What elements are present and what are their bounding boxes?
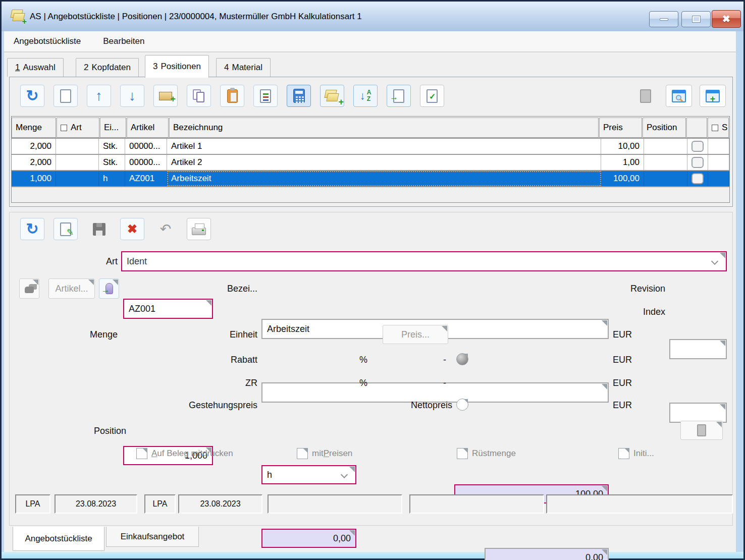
row-detail-button[interactable] <box>691 141 704 152</box>
art-combobox[interactable]: Ident <box>121 251 727 271</box>
einheit-combobox[interactable]: h <box>261 465 356 484</box>
zr-label: ZR <box>192 373 257 393</box>
column-header-preis[interactable]: Preis <box>599 118 642 138</box>
column-header-s[interactable]: S <box>708 118 729 138</box>
save-icon <box>93 223 105 236</box>
bottom-tab-einkaufsangebot[interactable]: Einkaufsangebot <box>106 527 199 547</box>
paste-button[interactable] <box>220 85 244 107</box>
insert-artikel-button[interactable]: → <box>99 278 119 299</box>
search-window-button[interactable] <box>666 85 692 107</box>
checkbox-auf-beleg-mitdrucken[interactable] <box>136 448 147 459</box>
minimize-icon <box>660 18 668 21</box>
menu-bar: Angebotstückliste Bearbeiten <box>4 31 736 52</box>
nettopreis-radio[interactable] <box>456 399 468 411</box>
chevron-down-icon <box>341 471 348 478</box>
art-label: Art <box>61 252 118 271</box>
row-detail-button[interactable] <box>691 173 704 184</box>
menu-divider <box>4 52 736 53</box>
up-arrow-icon: ↑ <box>95 89 102 103</box>
rabatt-amount-input[interactable]: 0,00 <box>485 548 609 560</box>
add-row-icon: + <box>159 92 172 100</box>
move-down-button[interactable]: ↓ <box>120 85 144 107</box>
menu-bearbeiten[interactable]: Bearbeiten <box>103 36 144 46</box>
calculate-button[interactable] <box>287 85 311 107</box>
rabatt-percent-sign: % <box>359 350 375 369</box>
chevron-down-icon <box>711 258 718 265</box>
checkbox-initialisieren[interactable] <box>618 448 629 459</box>
checkbox-ruestmenge[interactable] <box>457 448 468 459</box>
list-document-icon <box>260 89 271 103</box>
refresh-button[interactable]: ↻ <box>20 85 44 107</box>
edit-button[interactable]: ✎ <box>54 218 78 240</box>
rabatt-currency-label: EUR <box>613 350 643 369</box>
checkbox-glyph <box>61 125 67 131</box>
rabatt-percent-input[interactable]: 0,00 <box>261 529 356 548</box>
close-icon: ✖ <box>722 14 730 24</box>
new-window-button[interactable]: + <box>700 85 726 107</box>
position-label: Position <box>81 421 126 440</box>
column-header-einheit[interactable]: Ei... <box>100 118 126 138</box>
tab-auswahl[interactable]: 1Auswahl <box>7 58 64 77</box>
checkbox-label: mit Preisen <box>312 447 352 460</box>
print-button[interactable] <box>187 218 211 240</box>
move-up-button[interactable]: ↑ <box>87 85 111 107</box>
delete-button[interactable]: ✖ <box>120 218 144 240</box>
add-position-button[interactable]: + <box>153 85 178 107</box>
menu-angebotstueckliste[interactable]: Angebotstückliste <box>14 36 81 46</box>
maximize-button[interactable] <box>681 11 711 27</box>
zr-minus-sign: - <box>443 373 450 393</box>
preis-currency-label: EUR <box>613 325 643 344</box>
checkbox-label: Initi... <box>633 447 654 460</box>
table-row[interactable]: 2,000 Stk. 00000... Artikel 1 10,00 <box>12 139 729 155</box>
position-text-button[interactable] <box>680 421 723 440</box>
table-row[interactable]: 2,000 Stk. 00000... Artikel 2 1,00 <box>12 155 729 171</box>
transfer-button[interactable]: → <box>387 85 411 107</box>
detail-refresh-button[interactable]: ↻ <box>20 218 44 240</box>
row-detail-button[interactable] <box>691 157 704 168</box>
zr-currency-label: EUR <box>613 373 643 393</box>
confirm-button[interactable]: ✓ <box>420 85 444 107</box>
app-icon-plus: + <box>22 18 27 26</box>
column-header-bezeichnung[interactable]: Bezeichnung <box>169 118 599 138</box>
tab-positionen[interactable]: 3Positionen <box>145 55 209 78</box>
revision-input[interactable] <box>669 339 727 359</box>
status-user-field: LPA <box>144 494 176 514</box>
column-header-art[interactable]: Art <box>57 118 99 138</box>
column-header-button[interactable] <box>686 118 707 138</box>
artikel-input[interactable]: AZ001 <box>123 299 213 319</box>
new-document-button[interactable] <box>54 85 78 107</box>
print-preview-button <box>632 85 659 107</box>
status-empty-field <box>409 494 544 514</box>
copy-button[interactable] <box>187 85 211 107</box>
title-bar: + AS | Angebotstückliste | Positionen | … <box>2 2 743 31</box>
search-window-icon <box>672 90 686 102</box>
window-frame-right <box>736 31 743 552</box>
tab-material[interactable]: 4Material <box>216 58 271 77</box>
table-row-selected[interactable]: 1,000 h AZ001 Arbeitszeit 100,00 <box>12 171 729 187</box>
delete-icon: ✖ <box>127 223 137 235</box>
rabatt-radio[interactable] <box>456 353 468 365</box>
undo-icon: ↶ <box>160 222 172 236</box>
table-empty-area <box>12 187 729 202</box>
refresh-icon: ↻ <box>26 221 38 237</box>
column-header-menge[interactable]: Menge <box>12 118 56 138</box>
down-arrow-icon: ↓ <box>129 89 136 103</box>
column-header-position[interactable]: Position <box>643 118 686 138</box>
close-button[interactable]: ✖ <box>712 10 741 28</box>
bottom-tab-angebotstueckliste[interactable]: Angebotstückliste <box>13 527 104 551</box>
artikel-button: Artikel... <box>48 278 95 299</box>
position-list-button[interactable] <box>253 85 278 107</box>
index-input[interactable] <box>669 403 727 423</box>
minimize-button[interactable] <box>649 11 678 27</box>
calculator-icon <box>293 89 305 103</box>
checkbox-mit-preisen[interactable] <box>297 448 308 459</box>
tab-kopfdaten[interactable]: 2Kopfdaten <box>76 58 139 77</box>
checkbox-label: Rüstmenge <box>472 447 516 460</box>
edit-icon: ✎ <box>60 222 71 236</box>
print-icon <box>192 228 206 235</box>
sort-button[interactable]: ↓ AZ <box>353 85 378 107</box>
add-note-button[interactable]: + <box>320 85 344 107</box>
table-header: Menge Art Ei... Artikel Bezeichnung Prei… <box>12 117 729 139</box>
copy-icon <box>192 89 205 103</box>
column-header-artikel[interactable]: Artikel <box>127 118 169 138</box>
